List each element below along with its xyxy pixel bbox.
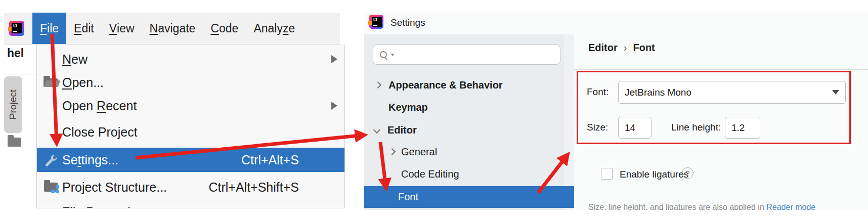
tab-divider — [4, 74, 36, 74]
chevron-right-icon[interactable] — [388, 148, 396, 155]
dropdown-arrow-icon — [832, 90, 839, 95]
menu-file[interactable]: File — [32, 13, 66, 44]
screenshot-canvas: IJ File Edit View Navigate Code Analyze … — [0, 0, 868, 220]
chevron-right-icon[interactable] — [374, 81, 381, 89]
breadcrumb-font: Font — [633, 42, 655, 54]
enable-ligatures-label: Enable ligatures — [620, 169, 688, 180]
dialog-title: Settings — [390, 17, 425, 28]
footnote-text: Size, line height, and ligatures are als… — [588, 203, 815, 210]
breadcrumb-separator: › — [624, 42, 627, 54]
enable-ligatures-checkbox[interactable] — [601, 168, 613, 180]
main-menu-bar: IJ File Edit View Navigate Code Analyze — [4, 13, 340, 45]
chevron-down-icon[interactable] — [373, 126, 380, 134]
tree-item-appearance-behavior[interactable]: Appearance & Behavior — [375, 75, 503, 95]
editor-tab-label: hel — [7, 47, 24, 60]
menu-navigate[interactable]: Navigate — [142, 13, 203, 44]
submenu-arrow-icon — [331, 102, 337, 110]
header-divider — [574, 69, 868, 70]
menu-code[interactable]: Code — [203, 13, 246, 44]
font-family-dropdown[interactable]: JetBrains Mono — [618, 81, 846, 104]
menu-item-close-project[interactable]: Close Project — [37, 120, 344, 144]
settings-dialog: IJ Settings Appearance & Behavior Keymap… — [364, 13, 868, 210]
tree-item-editor[interactable]: Editor — [374, 120, 417, 140]
shortcut-label: Ctrl+Alt+Shift+S — [208, 180, 299, 195]
search-icon — [380, 51, 387, 58]
menu-view[interactable]: View — [102, 13, 142, 44]
shortcut-label: Ctrl+Alt+S — [241, 153, 299, 167]
breadcrumb: Editor › Font — [588, 42, 655, 54]
open-folder-icon — [44, 78, 58, 87]
font-size-input[interactable]: 14 — [618, 117, 652, 139]
settings-search-input[interactable] — [373, 45, 560, 65]
menu-item-open[interactable]: Open... — [37, 71, 344, 94]
line-height-input[interactable]: 1.2 — [725, 117, 760, 139]
project-folder-icon — [8, 138, 21, 147]
menu-item-new[interactable]: New — [37, 48, 344, 71]
intellij-logo-icon: IJ — [369, 15, 383, 29]
tree-item-general[interactable]: General — [389, 142, 437, 162]
size-label: Size: — [587, 122, 608, 133]
wrench-icon — [44, 153, 57, 166]
breadcrumb-editor[interactable]: Editor — [588, 42, 618, 54]
project-structure-icon — [44, 183, 58, 192]
menu-item-settings[interactable]: Settings... Ctrl+Alt+S — [37, 148, 344, 172]
tree-item-code-editing[interactable]: Code Editing — [401, 164, 459, 184]
file-menu-popup: New Open... Open Recent Close Project Se… — [36, 45, 345, 208]
line-height-label: Line height: — [671, 122, 721, 133]
menu-analyze[interactable]: Analyze — [246, 13, 302, 44]
reader-mode-link[interactable]: Reader mode — [766, 203, 815, 210]
font-label: Font: — [587, 86, 609, 98]
tree-item-font[interactable]: Font — [364, 186, 574, 208]
menu-item-file-properties[interactable]: File Properties — [37, 200, 344, 208]
intellij-logo-icon: IJ — [9, 21, 24, 36]
submenu-arrow-icon — [331, 55, 337, 63]
help-icon[interactable]: ? — [682, 167, 693, 179]
menu-item-open-recent[interactable]: Open Recent — [37, 94, 344, 117]
search-options-caret-icon — [390, 54, 395, 56]
menu-edit[interactable]: Edit — [66, 13, 102, 44]
tree-item-keymap[interactable]: Keymap — [388, 97, 428, 117]
tool-window-stripe-project[interactable]: Project — [4, 76, 22, 133]
menu-item-project-structure[interactable]: Project Structure... Ctrl+Alt+Shift+S — [37, 175, 344, 199]
menu-separator — [37, 147, 344, 147]
submenu-arrow-icon — [331, 208, 337, 208]
